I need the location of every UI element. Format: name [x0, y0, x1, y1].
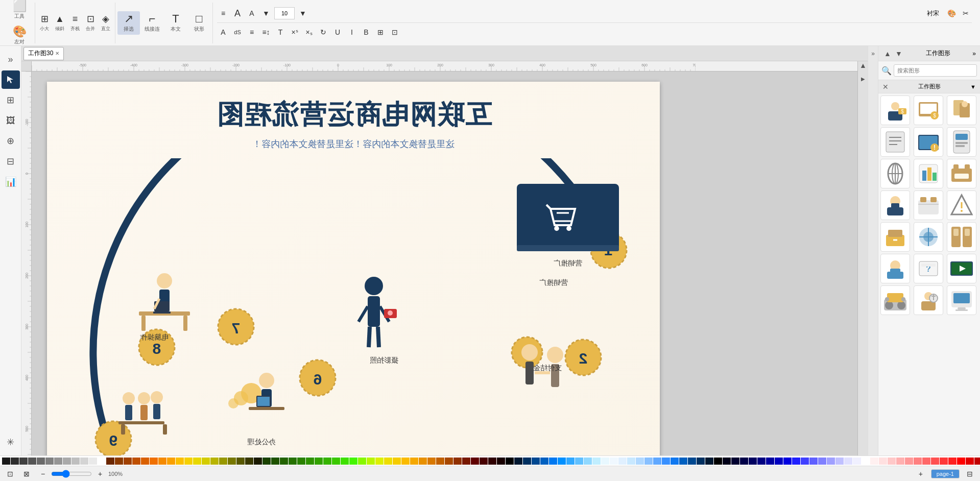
color-swatch[interactable] [653, 458, 661, 465]
cut-btn[interactable]: ✂ [960, 7, 972, 19]
color-swatch[interactable] [627, 458, 635, 465]
text-align-btn[interactable]: ≡ [217, 7, 229, 19]
panel-close-btn[interactable]: ✕ [882, 83, 889, 91]
color-swatch[interactable] [827, 458, 835, 465]
color-swatch[interactable] [801, 458, 809, 465]
color-swatch[interactable] [115, 458, 123, 465]
color-swatch[interactable] [488, 458, 496, 465]
color-swatch[interactable] [332, 458, 340, 465]
icon-item-1[interactable]: $ [880, 95, 910, 125]
color-swatch[interactable] [853, 458, 861, 465]
color-swatch[interactable] [471, 458, 479, 465]
color-swatch[interactable] [462, 458, 470, 465]
color-swatch[interactable] [879, 458, 887, 465]
page-tab-1[interactable]: page-1 [931, 469, 960, 478]
color-swatch[interactable] [271, 458, 279, 465]
color-swatch[interactable] [506, 458, 514, 465]
color-swatch[interactable] [419, 458, 427, 465]
italic-btn[interactable]: I [346, 26, 358, 38]
sidebar-collapse-btn[interactable]: » [2, 50, 20, 68]
panel-nav-up[interactable]: ▲ [882, 49, 893, 59]
color-swatch[interactable] [236, 458, 245, 465]
color-swatch[interactable] [566, 458, 575, 465]
color-swatch[interactable] [844, 458, 852, 465]
tool-button[interactable]: ⬜ 工具 [8, 0, 31, 22]
icon-item-13[interactable] [880, 222, 910, 252]
shape-button[interactable]: □ 状形 [188, 11, 210, 35]
color-swatch[interactable] [228, 458, 236, 465]
color-swatch[interactable] [610, 458, 618, 465]
color-swatch[interactable] [2, 458, 10, 465]
icon-item-6[interactable] [947, 127, 976, 157]
color-swatch[interactable] [28, 458, 36, 465]
color-swatch[interactable] [818, 458, 826, 465]
color-swatch[interactable] [63, 458, 71, 465]
icon-item-9[interactable] [947, 159, 976, 188]
tab-workchart[interactable]: 工作图30 ✕ [23, 47, 64, 60]
color-swatch[interactable] [749, 458, 757, 465]
color-swatch[interactable] [367, 458, 375, 465]
color-swatch[interactable] [427, 458, 436, 465]
color-swatch[interactable] [315, 458, 323, 465]
icon-item-2[interactable]: $ [914, 95, 943, 125]
format-button[interactable]: 🎨 左对 [8, 24, 31, 47]
color-swatch[interactable] [245, 458, 253, 465]
sidebar-chart-btn[interactable]: 📊 [2, 173, 20, 191]
sidebar-more-btn[interactable]: ✳ [2, 433, 20, 451]
font-size-smaller-btn[interactable]: A [246, 7, 258, 19]
color-swatch[interactable] [184, 458, 193, 465]
rotate-btn[interactable]: ↻ [317, 26, 329, 38]
color-swatch[interactable] [896, 458, 904, 465]
position-button[interactable]: ◈ 直立 [99, 12, 113, 34]
zoom-slider[interactable] [51, 470, 92, 478]
fit-page-btn[interactable]: ⊡ [4, 468, 16, 480]
color-swatch[interactable] [723, 458, 731, 465]
color-swatch[interactable] [306, 458, 314, 465]
color-swatch[interactable] [210, 458, 219, 465]
icon-item-12[interactable] [947, 190, 976, 220]
color-swatch[interactable] [731, 458, 739, 465]
color-swatch[interactable] [957, 458, 965, 465]
color-swatch[interactable] [341, 458, 349, 465]
sub-btn[interactable]: ×ₛ [303, 26, 315, 38]
color-swatch[interactable] [948, 458, 957, 465]
color-swatch[interactable] [740, 458, 748, 465]
color-swatch[interactable] [497, 458, 505, 465]
color-swatch[interactable] [618, 458, 627, 465]
color-swatch[interactable] [141, 458, 149, 465]
tilt-button[interactable]: ▲ 倾斜 [53, 12, 67, 34]
color-swatch[interactable] [262, 458, 271, 465]
color-swatch[interactable] [636, 458, 644, 465]
color-swatch[interactable] [80, 458, 88, 465]
color-swatch[interactable] [584, 458, 592, 465]
color-swatch[interactable] [289, 458, 297, 465]
sidebar-select-btn[interactable] [2, 70, 20, 89]
icon-item-3[interactable] [947, 95, 976, 125]
superscript-btn[interactable]: dS [231, 26, 244, 38]
text-button[interactable]: T 本文 [164, 11, 187, 35]
icon-item-5[interactable]: ! [914, 127, 943, 157]
color-swatch[interactable] [783, 458, 792, 465]
color-swatch[interactable] [401, 458, 410, 465]
list-btn[interactable]: ≡ [246, 26, 258, 38]
color-swatch[interactable] [176, 458, 184, 465]
color-swatch[interactable] [601, 458, 609, 465]
color-swatch[interactable] [124, 458, 132, 465]
color-swatch[interactable] [540, 458, 548, 465]
canvas-scroll[interactable]: 互联网电商运营流程图 这里是替换文本的内容！这里是替换文本的内容！ 1 [32, 71, 857, 455]
panel-category[interactable]: ✕ 工作图形 ▼ [878, 80, 980, 93]
color-swatch[interactable] [375, 458, 384, 465]
color-swatch[interactable] [688, 458, 696, 465]
scroll-right-btn[interactable]: ▶ [858, 74, 868, 84]
icon-item-17[interactable]: ? [914, 254, 943, 283]
sidebar-image-btn[interactable]: 🖼 [2, 111, 20, 130]
select-button[interactable]: ↗ 择选 [117, 11, 140, 35]
icon-item-16[interactable] [880, 254, 910, 283]
color-swatch[interactable] [358, 458, 366, 465]
color-swatch[interactable] [45, 458, 54, 465]
icon-item-19[interactable] [880, 285, 910, 315]
merge-button[interactable]: ⊡ 合并 [83, 12, 98, 34]
color-swatch[interactable] [89, 458, 97, 465]
color-swatch[interactable] [775, 458, 783, 465]
color-swatch[interactable] [106, 458, 114, 465]
